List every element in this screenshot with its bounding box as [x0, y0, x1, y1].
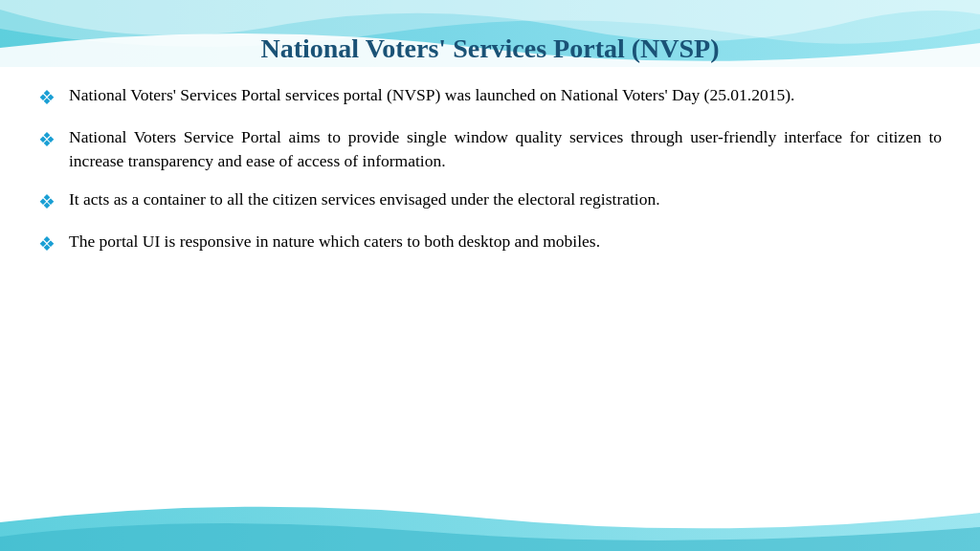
- bullet-text-4: The portal UI is responsive in nature wh…: [69, 230, 942, 253]
- diamond-bullet-1: ❖: [38, 84, 56, 112]
- slide-title: National Voters' Services Portal (NVSP): [38, 33, 942, 64]
- list-item: ❖ The portal UI is responsive in nature …: [38, 230, 942, 258]
- content-area: National Voters' Services Portal (NVSP) …: [0, 0, 980, 291]
- bullet-list: ❖ National Voters' Services Portal servi…: [38, 83, 942, 258]
- diamond-bullet-2: ❖: [38, 126, 56, 154]
- diamond-bullet-4: ❖: [38, 231, 56, 258]
- list-item: ❖ National Voters Service Portal aims to…: [38, 125, 942, 174]
- bullet-text-2: National Voters Service Portal aims to p…: [69, 125, 942, 174]
- bullet-text-1: National Voters' Services Portal service…: [69, 83, 942, 107]
- diamond-bullet-3: ❖: [38, 188, 56, 216]
- list-item: ❖ It acts as a container to all the citi…: [38, 187, 942, 216]
- bottom-decoration: [0, 494, 980, 551]
- slide: National Voters' Services Portal (NVSP) …: [0, 0, 980, 551]
- bullet-text-3: It acts as a container to all the citize…: [69, 187, 942, 211]
- list-item: ❖ National Voters' Services Portal servi…: [38, 83, 942, 112]
